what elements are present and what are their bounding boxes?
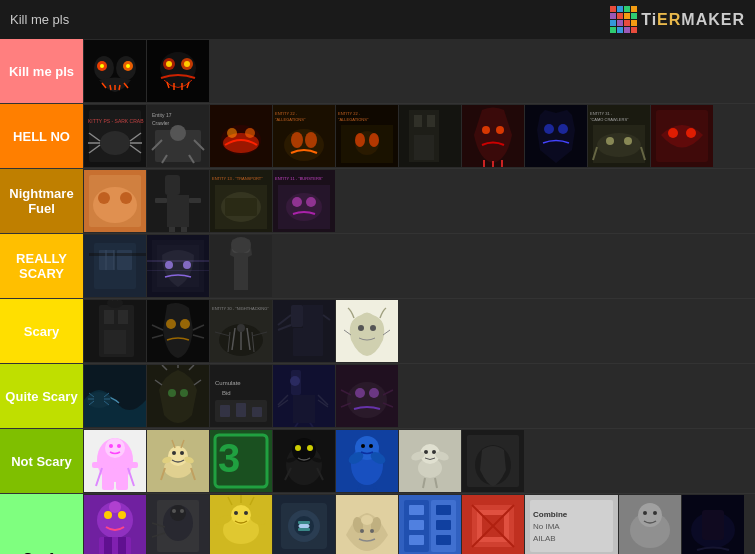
- svg-rect-86: [155, 198, 167, 203]
- tier-item[interactable]: [273, 300, 335, 362]
- tier-item[interactable]: ENTITY 31 - "CAMO CRAWLERS": [588, 105, 650, 167]
- tier-item[interactable]: [619, 495, 681, 554]
- tier-item[interactable]: [84, 40, 146, 102]
- tier-items-nightmare: ENTITY 13 - "TRANSPORT" ENTITY 11 - "BUR…: [83, 169, 755, 233]
- tier-row-notscary: Not Scary: [0, 429, 755, 494]
- svg-text:ENTITY 31 -: ENTITY 31 -: [590, 111, 613, 116]
- tier-item[interactable]: ENTITY 11 - "BURSTERS": [273, 170, 335, 232]
- svg-point-233: [234, 511, 238, 515]
- tier-item[interactable]: [399, 105, 461, 167]
- tier-item[interactable]: [147, 170, 209, 232]
- logo-cell: [631, 6, 637, 12]
- tier-item[interactable]: [651, 105, 713, 167]
- svg-point-193: [295, 445, 301, 451]
- tier-item[interactable]: [273, 495, 335, 554]
- tier-item[interactable]: Cumulate Bid: [210, 365, 272, 427]
- tier-item[interactable]: KITTY PS - SARK CRAB: [84, 105, 146, 167]
- svg-rect-242: [298, 521, 310, 524]
- svg-text:ENTITY 11 - "BURSTERS": ENTITY 11 - "BURSTERS": [275, 176, 323, 181]
- svg-point-169: [355, 388, 365, 398]
- svg-point-184: [180, 451, 184, 455]
- logo-cell: [617, 27, 623, 33]
- svg-point-134: [237, 324, 245, 332]
- svg-rect-87: [189, 198, 201, 203]
- tier-item[interactable]: [273, 430, 335, 492]
- svg-point-227: [170, 505, 186, 521]
- tier-item[interactable]: [147, 40, 209, 102]
- svg-point-46: [305, 132, 317, 148]
- tier-item[interactable]: [525, 105, 587, 167]
- logo-text: TiERMAKER: [641, 11, 745, 29]
- tier-item[interactable]: [84, 430, 146, 492]
- tier-item[interactable]: [399, 430, 461, 492]
- tier-item[interactable]: [399, 495, 461, 554]
- logo-cell: [624, 6, 630, 12]
- logo-cell: [631, 20, 637, 26]
- tier-item[interactable]: Entity 17 Crawler: [147, 105, 209, 167]
- svg-rect-0: [84, 40, 146, 102]
- tier-item[interactable]: [273, 365, 335, 427]
- logo-cell: [631, 13, 637, 19]
- tier-item[interactable]: Combine No IMA AILAB: [525, 495, 618, 554]
- svg-point-5: [100, 64, 104, 68]
- svg-point-145: [370, 325, 376, 331]
- tier-item[interactable]: [84, 235, 146, 297]
- svg-point-99: [292, 197, 302, 207]
- svg-point-217: [118, 511, 126, 519]
- tier-items-scary: ENTITY 30 - "NIGHTHACKING": [83, 299, 755, 363]
- header: Kill me pls T: [0, 0, 755, 39]
- tier-item[interactable]: [462, 430, 524, 492]
- tier-item[interactable]: [147, 430, 209, 492]
- svg-point-208: [432, 450, 436, 454]
- tier-item[interactable]: [84, 365, 146, 427]
- logo-cell: [617, 20, 623, 26]
- tier-item[interactable]: [462, 495, 524, 554]
- tier-item[interactable]: ENTITY 22 - "ALLEGATIONS": [336, 105, 398, 167]
- tier-row-quitescary: Quite Scary: [0, 364, 755, 429]
- svg-point-44: [284, 129, 324, 161]
- tier-item[interactable]: [147, 495, 209, 554]
- svg-rect-165: [293, 395, 315, 423]
- tier-item[interactable]: [147, 300, 209, 362]
- svg-point-76: [668, 128, 678, 138]
- svg-rect-56: [414, 115, 422, 127]
- tier-item[interactable]: [210, 105, 272, 167]
- svg-text:"ALLEGATIONS": "ALLEGATIONS": [338, 117, 369, 122]
- tier-item[interactable]: [336, 300, 398, 362]
- tier-item[interactable]: [336, 430, 398, 492]
- svg-text:AILAB: AILAB: [533, 534, 556, 543]
- svg-text:3: 3: [218, 436, 240, 480]
- tier-label-scary: Scary: [0, 299, 83, 363]
- svg-text:Bid: Bid: [222, 390, 231, 396]
- svg-rect-253: [409, 505, 424, 515]
- logo-cell: [617, 6, 623, 12]
- svg-point-70: [606, 137, 614, 145]
- tier-item[interactable]: ENTITY 13 - "TRANSPORT": [210, 170, 272, 232]
- svg-point-20: [100, 131, 130, 155]
- tier-item[interactable]: [147, 365, 209, 427]
- tier-item[interactable]: [84, 170, 146, 232]
- svg-rect-111: [147, 260, 209, 262]
- tier-item[interactable]: ENTITY 22 - "ALLEGATIONS": [273, 105, 335, 167]
- tier-item[interactable]: [147, 235, 209, 297]
- tier-item[interactable]: [84, 300, 146, 362]
- tier-row-hellno: HELL NO KITTY PS - SARK CRAB: [0, 104, 755, 169]
- tier-item[interactable]: [210, 235, 272, 297]
- tier-item[interactable]: [336, 365, 398, 427]
- svg-point-232: [231, 505, 251, 525]
- logo-cell: [631, 27, 637, 33]
- svg-point-80: [93, 187, 137, 223]
- tier-item[interactable]: ENTITY 30 - "NIGHTHACKING": [210, 300, 272, 362]
- svg-text:"CAMO CRAWLERS": "CAMO CRAWLERS": [590, 117, 629, 122]
- tier-item[interactable]: [682, 495, 744, 554]
- tier-item[interactable]: [210, 495, 272, 554]
- tier-item[interactable]: [336, 495, 398, 554]
- tier-item[interactable]: [462, 105, 524, 167]
- svg-point-98: [286, 193, 322, 221]
- tier-item[interactable]: 3: [210, 430, 272, 492]
- tier-row-goofy: Goofy: [0, 494, 755, 554]
- svg-rect-140: [303, 305, 323, 355]
- tier-item[interactable]: [84, 495, 146, 554]
- svg-point-6: [126, 64, 130, 68]
- svg-rect-174: [102, 468, 114, 490]
